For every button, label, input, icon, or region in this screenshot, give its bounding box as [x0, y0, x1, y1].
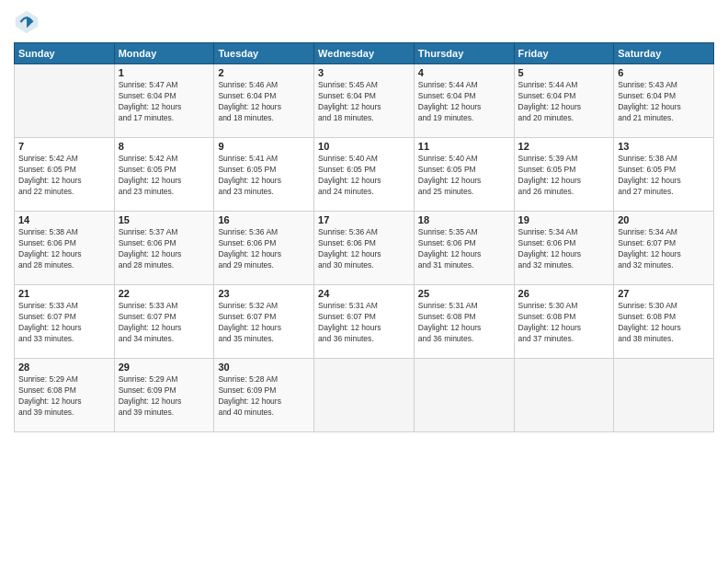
day-info: Sunrise: 5:38 AM Sunset: 6:06 PM Dayligh…	[18, 227, 110, 271]
day-info: Sunrise: 5:46 AM Sunset: 6:04 PM Dayligh…	[218, 80, 310, 124]
day-info: Sunrise: 5:30 AM Sunset: 6:08 PM Dayligh…	[618, 301, 710, 345]
day-number: 22	[119, 288, 210, 299]
calendar-cell	[614, 359, 714, 432]
calendar-week-3: 21Sunrise: 5:33 AM Sunset: 6:07 PM Dayli…	[15, 285, 714, 359]
logo	[14, 9, 43, 35]
calendar-cell	[314, 359, 415, 432]
day-number: 25	[418, 288, 510, 299]
calendar-cell: 5Sunrise: 5:44 AM Sunset: 6:04 PM Daylig…	[514, 64, 614, 138]
day-number: 14	[18, 214, 110, 225]
day-number: 26	[518, 288, 610, 299]
day-number: 29	[119, 362, 210, 373]
day-info: Sunrise: 5:42 AM Sunset: 6:05 PM Dayligh…	[18, 154, 110, 198]
day-info: Sunrise: 5:29 AM Sunset: 6:09 PM Dayligh…	[119, 374, 210, 419]
day-info: Sunrise: 5:33 AM Sunset: 6:07 PM Dayligh…	[18, 301, 110, 345]
day-number: 30	[218, 362, 310, 373]
day-number: 11	[418, 141, 510, 152]
day-number: 15	[119, 214, 210, 225]
calendar-cell: 6Sunrise: 5:43 AM Sunset: 6:04 PM Daylig…	[614, 64, 714, 138]
header-day-friday: Friday	[514, 43, 614, 64]
calendar-cell: 9Sunrise: 5:41 AM Sunset: 6:05 PM Daylig…	[214, 138, 314, 212]
calendar-cell: 8Sunrise: 5:42 AM Sunset: 6:05 PM Daylig…	[114, 138, 214, 212]
day-number: 18	[418, 214, 510, 225]
day-info: Sunrise: 5:33 AM Sunset: 6:07 PM Dayligh…	[119, 301, 210, 345]
header	[14, 9, 714, 35]
day-number: 2	[218, 67, 310, 78]
calendar-cell: 19Sunrise: 5:34 AM Sunset: 6:06 PM Dayli…	[514, 212, 614, 285]
day-number: 8	[119, 141, 210, 152]
day-number: 21	[18, 288, 110, 299]
calendar-week-0: 1Sunrise: 5:47 AM Sunset: 6:04 PM Daylig…	[15, 64, 714, 138]
day-number: 17	[318, 214, 410, 225]
calendar-cell: 28Sunrise: 5:29 AM Sunset: 6:08 PM Dayli…	[15, 359, 115, 432]
day-number: 6	[618, 67, 710, 78]
calendar-cell: 2Sunrise: 5:46 AM Sunset: 6:04 PM Daylig…	[214, 64, 314, 138]
day-number: 19	[518, 214, 610, 225]
header-day-sunday: Sunday	[15, 43, 115, 64]
day-info: Sunrise: 5:28 AM Sunset: 6:09 PM Dayligh…	[218, 374, 310, 419]
day-info: Sunrise: 5:34 AM Sunset: 6:06 PM Dayligh…	[518, 227, 610, 271]
day-info: Sunrise: 5:29 AM Sunset: 6:08 PM Dayligh…	[18, 374, 110, 419]
day-number: 12	[518, 141, 610, 152]
calendar-cell	[15, 64, 115, 138]
header-day-thursday: Thursday	[414, 43, 514, 64]
day-info: Sunrise: 5:32 AM Sunset: 6:07 PM Dayligh…	[218, 301, 310, 345]
calendar-cell: 20Sunrise: 5:34 AM Sunset: 6:07 PM Dayli…	[614, 212, 714, 285]
day-info: Sunrise: 5:31 AM Sunset: 6:07 PM Dayligh…	[318, 301, 410, 345]
calendar-cell: 27Sunrise: 5:30 AM Sunset: 6:08 PM Dayli…	[614, 285, 714, 359]
page: SundayMondayTuesdayWednesdayThursdayFrid…	[0, 0, 728, 563]
calendar-cell: 25Sunrise: 5:31 AM Sunset: 6:08 PM Dayli…	[414, 285, 514, 359]
day-info: Sunrise: 5:47 AM Sunset: 6:04 PM Dayligh…	[119, 80, 210, 124]
calendar-cell: 11Sunrise: 5:40 AM Sunset: 6:05 PM Dayli…	[414, 138, 514, 212]
calendar-cell: 23Sunrise: 5:32 AM Sunset: 6:07 PM Dayli…	[214, 285, 314, 359]
day-number: 1	[119, 67, 210, 78]
day-info: Sunrise: 5:40 AM Sunset: 6:05 PM Dayligh…	[318, 154, 410, 198]
calendar-cell: 3Sunrise: 5:45 AM Sunset: 6:04 PM Daylig…	[314, 64, 415, 138]
header-day-monday: Monday	[114, 43, 214, 64]
day-number: 27	[618, 288, 710, 299]
day-number: 10	[318, 141, 410, 152]
calendar-week-4: 28Sunrise: 5:29 AM Sunset: 6:08 PM Dayli…	[15, 359, 714, 432]
calendar-cell: 24Sunrise: 5:31 AM Sunset: 6:07 PM Dayli…	[314, 285, 415, 359]
day-number: 20	[618, 214, 710, 225]
day-info: Sunrise: 5:44 AM Sunset: 6:04 PM Dayligh…	[518, 80, 610, 124]
calendar-cell: 10Sunrise: 5:40 AM Sunset: 6:05 PM Dayli…	[314, 138, 415, 212]
calendar-cell: 15Sunrise: 5:37 AM Sunset: 6:06 PM Dayli…	[114, 212, 214, 285]
day-info: Sunrise: 5:30 AM Sunset: 6:08 PM Dayligh…	[518, 301, 610, 345]
day-number: 9	[218, 141, 310, 152]
day-info: Sunrise: 5:42 AM Sunset: 6:05 PM Dayligh…	[119, 154, 210, 198]
day-info: Sunrise: 5:44 AM Sunset: 6:04 PM Dayligh…	[418, 80, 510, 124]
day-info: Sunrise: 5:36 AM Sunset: 6:06 PM Dayligh…	[318, 227, 410, 271]
calendar-cell: 21Sunrise: 5:33 AM Sunset: 6:07 PM Dayli…	[15, 285, 115, 359]
calendar-cell: 29Sunrise: 5:29 AM Sunset: 6:09 PM Dayli…	[114, 359, 214, 432]
calendar-cell: 14Sunrise: 5:38 AM Sunset: 6:06 PM Dayli…	[15, 212, 115, 285]
calendar-cell: 30Sunrise: 5:28 AM Sunset: 6:09 PM Dayli…	[214, 359, 314, 432]
day-number: 7	[18, 141, 110, 152]
day-number: 23	[218, 288, 310, 299]
calendar-header-row: SundayMondayTuesdayWednesdayThursdayFrid…	[15, 43, 714, 64]
day-number: 5	[518, 67, 610, 78]
calendar-cell: 22Sunrise: 5:33 AM Sunset: 6:07 PM Dayli…	[114, 285, 214, 359]
day-number: 4	[418, 67, 510, 78]
day-info: Sunrise: 5:35 AM Sunset: 6:06 PM Dayligh…	[418, 227, 510, 271]
day-number: 3	[318, 67, 410, 78]
header-day-saturday: Saturday	[614, 43, 714, 64]
calendar-cell: 18Sunrise: 5:35 AM Sunset: 6:06 PM Dayli…	[414, 212, 514, 285]
day-info: Sunrise: 5:40 AM Sunset: 6:05 PM Dayligh…	[418, 154, 510, 198]
header-day-tuesday: Tuesday	[214, 43, 314, 64]
day-info: Sunrise: 5:31 AM Sunset: 6:08 PM Dayligh…	[418, 301, 510, 345]
calendar-cell	[414, 359, 514, 432]
day-info: Sunrise: 5:39 AM Sunset: 6:05 PM Dayligh…	[518, 154, 610, 198]
calendar-cell: 1Sunrise: 5:47 AM Sunset: 6:04 PM Daylig…	[114, 64, 214, 138]
calendar-cell: 26Sunrise: 5:30 AM Sunset: 6:08 PM Dayli…	[514, 285, 614, 359]
day-info: Sunrise: 5:36 AM Sunset: 6:06 PM Dayligh…	[218, 227, 310, 271]
calendar-week-2: 14Sunrise: 5:38 AM Sunset: 6:06 PM Dayli…	[15, 212, 714, 285]
calendar-cell: 17Sunrise: 5:36 AM Sunset: 6:06 PM Dayli…	[314, 212, 415, 285]
calendar-cell: 12Sunrise: 5:39 AM Sunset: 6:05 PM Dayli…	[514, 138, 614, 212]
calendar-cell: 4Sunrise: 5:44 AM Sunset: 6:04 PM Daylig…	[414, 64, 514, 138]
logo-icon	[14, 9, 40, 35]
calendar-table: SundayMondayTuesdayWednesdayThursdayFrid…	[14, 42, 714, 432]
day-number: 13	[618, 141, 710, 152]
day-info: Sunrise: 5:37 AM Sunset: 6:06 PM Dayligh…	[119, 227, 210, 271]
calendar-cell: 16Sunrise: 5:36 AM Sunset: 6:06 PM Dayli…	[214, 212, 314, 285]
